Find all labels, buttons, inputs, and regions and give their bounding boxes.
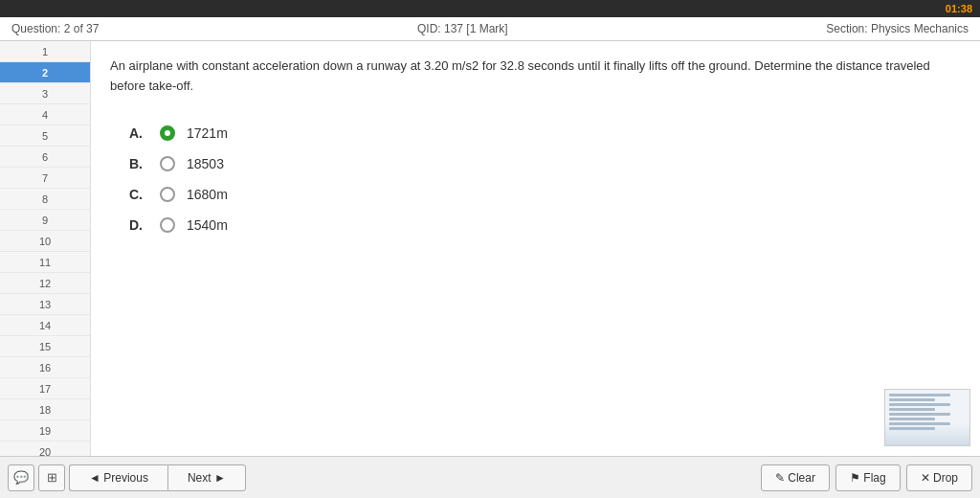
- question-header: Question: 2 of 37 QID: 137 [1 Mark] Sect…: [0, 17, 980, 41]
- sidebar-item-19[interactable]: 19: [0, 420, 90, 441]
- option-text-0: 1721m: [187, 125, 228, 141]
- sidebar-item-12[interactable]: 12: [0, 273, 90, 294]
- sidebar-item-14[interactable]: 14: [0, 315, 90, 336]
- answer-option-c[interactable]: C.1680m: [129, 187, 961, 202]
- answer-option-b[interactable]: B.18503: [129, 156, 961, 171]
- grid-button[interactable]: ⊞: [38, 464, 65, 491]
- sidebar-item-8[interactable]: 8: [0, 189, 90, 210]
- sidebar-item-16[interactable]: 16: [0, 357, 90, 378]
- answer-option-a[interactable]: A.1721m: [129, 125, 961, 141]
- sidebar-item-10[interactable]: 10: [0, 231, 90, 252]
- question-number: Question: 2 of 37: [11, 22, 99, 35]
- question-sidebar: 1234567891011121314151617181920212225242…: [0, 41, 91, 456]
- option-label-0: A.: [129, 125, 148, 141]
- sidebar-item-7[interactable]: 7: [0, 168, 90, 189]
- footer-nav: ◄ Previous Next ►: [69, 464, 757, 491]
- option-radio-0[interactable]: [160, 125, 175, 141]
- question-text: An airplane with constant acceleration d…: [110, 57, 961, 97]
- option-text-1: 18503: [187, 156, 224, 171]
- answer-option-d[interactable]: D.1540m: [129, 217, 961, 233]
- thumbnail-preview: [884, 389, 970, 446]
- sidebar-item-9[interactable]: 9: [0, 210, 90, 231]
- sidebar-item-20[interactable]: 20: [0, 441, 90, 456]
- sidebar-item-6[interactable]: 6: [0, 147, 90, 168]
- option-label-3: D.: [129, 217, 148, 233]
- sidebar-item-13[interactable]: 13: [0, 294, 90, 315]
- next-button[interactable]: Next ►: [167, 464, 246, 491]
- main-content: 1234567891011121314151617181920212225242…: [0, 41, 980, 456]
- sidebar-item-1[interactable]: 1: [0, 41, 90, 62]
- footer-left: 💬 ⊞: [8, 464, 65, 491]
- option-label-2: C.: [129, 187, 148, 202]
- comment-icon: 💬: [13, 470, 29, 485]
- answer-options: A.1721mB.18503C.1680mD.1540m: [110, 125, 961, 233]
- sidebar-item-15[interactable]: 15: [0, 336, 90, 357]
- clear-button[interactable]: ✎ Clear: [761, 464, 830, 491]
- option-radio-2[interactable]: [160, 187, 175, 202]
- top-bar: 01:38: [0, 0, 980, 17]
- option-text-2: 1680m: [187, 187, 228, 202]
- timer: 01:38: [946, 3, 972, 14]
- option-label-1: B.: [129, 156, 148, 171]
- sidebar-item-2[interactable]: 2: [0, 62, 90, 83]
- footer-right: ✎ Clear ⚑ Flag ✕ Drop: [761, 464, 972, 491]
- sidebar-item-5[interactable]: 5: [0, 125, 90, 147]
- option-radio-1[interactable]: [160, 156, 175, 171]
- flag-button[interactable]: ⚑ Flag: [835, 464, 901, 491]
- footer: 💬 ⊞ ◄ Previous Next ► ✎ Clear ⚑ Flag ✕ D…: [0, 456, 980, 498]
- option-text-3: 1540m: [187, 217, 228, 233]
- previous-button[interactable]: ◄ Previous: [69, 464, 167, 491]
- section: Section: Physics Mechanics: [826, 22, 969, 35]
- drop-button[interactable]: ✕ Drop: [906, 464, 972, 491]
- sidebar-item-4[interactable]: 4: [0, 104, 90, 125]
- qid: QID: 137 [1 Mark]: [417, 22, 508, 35]
- sidebar-item-3[interactable]: 3: [0, 83, 90, 104]
- sidebar-item-18[interactable]: 18: [0, 399, 90, 420]
- grid-icon: ⊞: [47, 470, 57, 485]
- content-area: An airplane with constant acceleration d…: [91, 41, 980, 456]
- comment-button[interactable]: 💬: [8, 464, 34, 491]
- option-radio-3[interactable]: [160, 217, 175, 233]
- sidebar-item-11[interactable]: 11: [0, 252, 90, 273]
- sidebar-item-17[interactable]: 17: [0, 378, 90, 399]
